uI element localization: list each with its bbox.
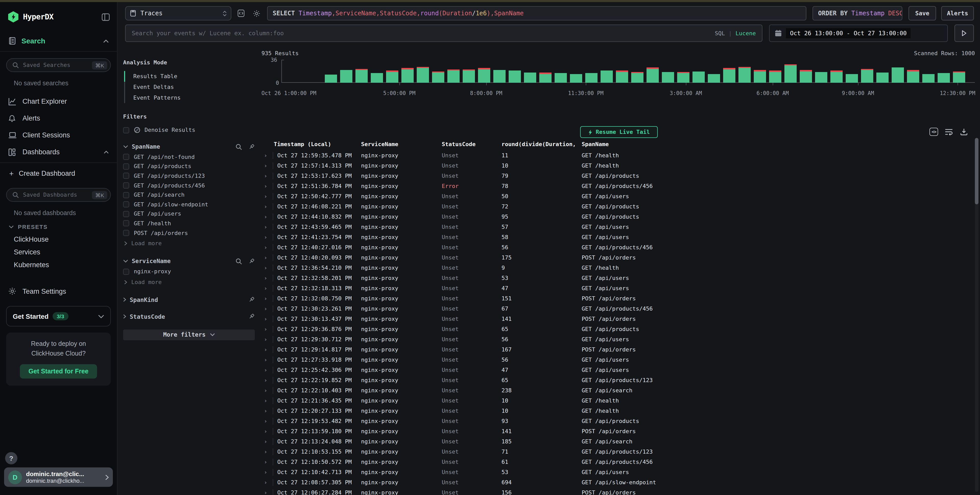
- table-row[interactable]: ›Oct 27 12:20:27.133 PMnginx-proxyUnset1…: [258, 406, 973, 416]
- table-row[interactable]: ›Oct 27 12:32:08.750 PMnginx-proxyUnset1…: [258, 293, 973, 304]
- histogram-bar[interactable]: [892, 67, 904, 83]
- table-row[interactable]: ›Oct 27 12:51:36.784 PMnginx-proxyError7…: [258, 181, 973, 191]
- load-more-button[interactable]: Load more: [124, 278, 255, 286]
- row-expand-icon[interactable]: ›: [258, 397, 273, 404]
- row-expand-icon[interactable]: ›: [258, 264, 273, 271]
- histogram-bar[interactable]: [846, 74, 858, 83]
- row-expand-icon[interactable]: ›: [258, 172, 273, 179]
- row-expand-icon[interactable]: ›: [258, 418, 273, 424]
- filter-search-icon[interactable]: [235, 143, 242, 150]
- table-row[interactable]: ›Oct 27 12:10:53.155 PMnginx-proxyUnset7…: [258, 446, 973, 457]
- table-row[interactable]: ›Oct 27 12:32:18.313 PMnginx-proxyUnset4…: [258, 283, 973, 293]
- pin-icon[interactable]: [248, 314, 255, 320]
- sidebar-item-chart-explorer[interactable]: Chart Explorer: [0, 93, 117, 110]
- histogram-bar[interactable]: [386, 72, 398, 83]
- row-expand-icon[interactable]: ›: [258, 326, 273, 332]
- row-expand-icon[interactable]: ›: [258, 183, 273, 189]
- row-expand-icon[interactable]: ›: [258, 438, 273, 445]
- histogram-bar[interactable]: [601, 70, 613, 83]
- col-servicename[interactable]: ServiceName: [360, 141, 441, 147]
- col-timestamp[interactable]: Timestamp (Local): [273, 141, 360, 147]
- histogram-bar[interactable]: [463, 70, 475, 83]
- checkbox[interactable]: [123, 220, 129, 226]
- histogram-bar[interactable]: [708, 74, 720, 83]
- filter-option[interactable]: GET /api/not-found: [123, 152, 255, 162]
- row-expand-icon[interactable]: ›: [258, 356, 273, 363]
- row-expand-icon[interactable]: ›: [258, 152, 273, 159]
- row-expand-icon[interactable]: ›: [258, 193, 273, 199]
- table-row[interactable]: ›Oct 27 12:13:59.180 PMnginx-proxyUnset1…: [258, 426, 973, 436]
- table-row[interactable]: ›Oct 27 12:21:36.435 PMnginx-proxyUnset1…: [258, 395, 973, 406]
- filter-group-spankind[interactable]: SpanKind: [123, 296, 255, 304]
- histogram-bar[interactable]: [907, 71, 919, 83]
- pin-icon[interactable]: [248, 143, 255, 150]
- row-expand-icon[interactable]: ›: [258, 244, 273, 251]
- saved-searches-input[interactable]: Saved Searches ⌘K: [6, 58, 111, 72]
- row-expand-icon[interactable]: ›: [258, 295, 273, 302]
- histogram-bar[interactable]: [738, 68, 751, 83]
- results-histogram[interactable]: 36 0 Oct 26 1:00:00 PM5:00:00 PM8:00:00 …: [258, 56, 977, 96]
- row-expand-icon[interactable]: ›: [258, 305, 273, 312]
- load-more-button[interactable]: Load more: [124, 239, 255, 248]
- more-filters-button[interactable]: More filters: [123, 329, 255, 340]
- checkbox[interactable]: [123, 211, 129, 217]
- user-profile-button[interactable]: D dominic.tran@clic... dominic.tran@clic…: [4, 467, 113, 487]
- col-spanname[interactable]: SpanName: [581, 141, 973, 147]
- pin-icon[interactable]: [248, 258, 255, 264]
- histogram-bar[interactable]: [340, 70, 352, 83]
- checkbox[interactable]: [123, 164, 129, 170]
- histogram-bar[interactable]: [355, 70, 368, 83]
- checkbox[interactable]: [123, 173, 129, 179]
- sidebar-item-dashboards[interactable]: Dashboards: [0, 143, 117, 161]
- filter-option[interactable]: GET /api/search: [123, 190, 255, 200]
- event-json-icon[interactable]: <>: [929, 128, 938, 136]
- row-expand-icon[interactable]: ›: [258, 428, 273, 435]
- histogram-bar[interactable]: [555, 73, 567, 83]
- source-select[interactable]: Traces: [125, 6, 231, 21]
- alerts-button[interactable]: Alerts: [941, 6, 974, 21]
- sidebar-item-alerts[interactable]: Alerts: [0, 110, 117, 127]
- row-expand-icon[interactable]: ›: [258, 254, 273, 261]
- create-dashboard-button[interactable]: + Create Dashboard: [0, 165, 117, 181]
- checkbox[interactable]: [123, 230, 129, 236]
- histogram-bar[interactable]: [616, 72, 628, 83]
- filter-option[interactable]: GET /api/users: [123, 209, 255, 219]
- preset-services[interactable]: Services: [0, 246, 117, 258]
- histogram-bar[interactable]: [447, 70, 460, 83]
- filter-option[interactable]: GET /health: [123, 219, 255, 228]
- histogram-bar[interactable]: [723, 69, 735, 83]
- table-row[interactable]: ›Oct 27 12:29:14.817 PMnginx-proxyUnset1…: [258, 344, 973, 355]
- table-row[interactable]: ›Oct 27 12:27:33.918 PMnginx-proxyUnset5…: [258, 355, 973, 365]
- histogram-bar[interactable]: [953, 73, 965, 83]
- table-row[interactable]: ›Oct 27 12:59:35.478 PMnginx-proxyUnset1…: [258, 150, 973, 161]
- presets-toggle[interactable]: PRESETS: [9, 224, 117, 230]
- scrollbar-thumb[interactable]: [975, 138, 978, 204]
- histogram-bar[interactable]: [401, 69, 414, 83]
- sidebar-collapse-icon[interactable]: [102, 13, 110, 21]
- vertical-scrollbar[interactable]: [975, 138, 978, 492]
- run-query-button[interactable]: [955, 24, 974, 42]
- table-row[interactable]: ›Oct 27 12:29:30.712 PMnginx-proxyUnset5…: [258, 334, 973, 344]
- chevron-down-icon[interactable]: [123, 145, 128, 148]
- sql-toggle[interactable]: SQL: [715, 30, 725, 37]
- histogram-bar[interactable]: [585, 73, 598, 83]
- table-row[interactable]: ›Oct 27 12:57:14.313 PMnginx-proxyUnset1…: [258, 161, 973, 170]
- filter-group-statuscode[interactable]: StatusCode: [123, 313, 255, 320]
- get-started-box[interactable]: Get Started 3/3: [6, 306, 111, 326]
- table-row[interactable]: ›Oct 27 12:40:27.016 PMnginx-proxyUnset5…: [258, 242, 973, 252]
- row-expand-icon[interactable]: ›: [258, 366, 273, 373]
- col-duration[interactable]: round(divide(Duration,: [501, 141, 581, 147]
- search-input[interactable]: Search your events w/ Lucene ex. column:…: [125, 24, 762, 42]
- table-row[interactable]: ›Oct 27 12:53:17.623 PMnginx-proxyUnset7…: [258, 170, 973, 181]
- row-expand-icon[interactable]: ›: [258, 223, 273, 230]
- row-expand-icon[interactable]: ›: [258, 448, 273, 455]
- filter-option[interactable]: POST /api/orders: [123, 228, 255, 238]
- table-row[interactable]: ›Oct 27 12:46:08.221 PMnginx-proxyUnset7…: [258, 201, 973, 212]
- filter-search-icon[interactable]: [235, 258, 242, 264]
- histogram-bar[interactable]: [539, 74, 552, 83]
- histogram-bar[interactable]: [509, 70, 521, 83]
- date-range-picker[interactable]: Oct 26 13:00:00 - Oct 27 13:00:00: [769, 24, 948, 42]
- table-row[interactable]: ›Oct 27 12:22:19.852 PMnginx-proxyUnset6…: [258, 375, 973, 385]
- histogram-bar[interactable]: [478, 69, 490, 83]
- table-row[interactable]: ›Oct 27 12:44:10.832 PMnginx-proxyUnset9…: [258, 212, 973, 222]
